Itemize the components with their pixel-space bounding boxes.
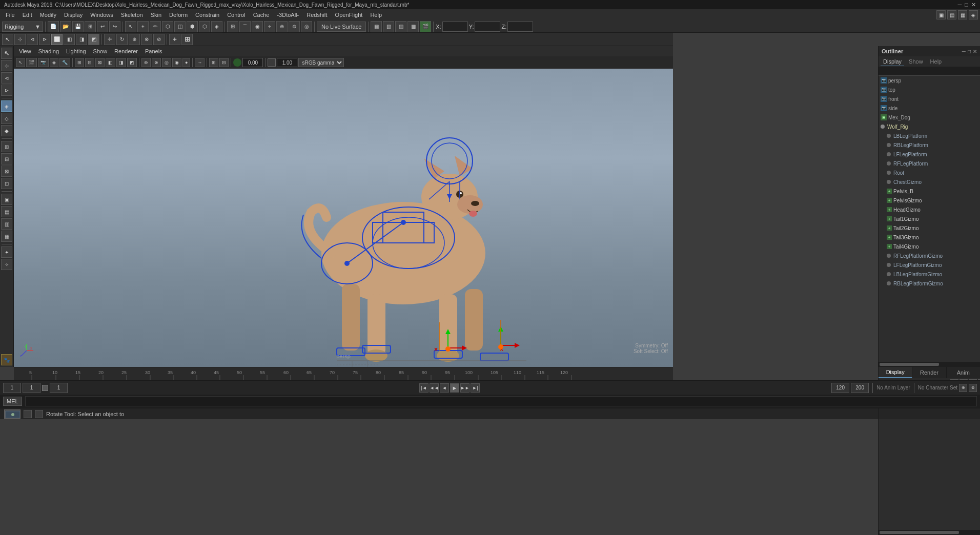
frame-range-start[interactable]: [23, 383, 40, 393]
vp-tb1[interactable]: ↖: [16, 58, 25, 67]
menu-deform[interactable]: Deform: [166, 11, 191, 19]
tree-item-mexdog[interactable]: ▣ Mex_Dog: [879, 113, 980, 122]
left-tool-15[interactable]: ▦: [1, 231, 12, 242]
pb-go-end[interactable]: ►|: [471, 383, 480, 393]
tool-paint[interactable]: ⊲: [27, 34, 38, 45]
vp-menu-show[interactable]: Show: [90, 47, 111, 55]
tree-item-tail4[interactable]: + Tail4Gizmo: [879, 242, 980, 251]
render-btn4[interactable]: ▩: [407, 21, 419, 32]
x-field[interactable]: [442, 22, 468, 32]
tree-item-tail3[interactable]: + Tail3Gizmo: [879, 233, 980, 242]
tree-item-pelvisgizmo[interactable]: + PelvisGizmo: [879, 196, 980, 205]
left-tool-17[interactable]: ✧: [1, 259, 12, 270]
scale-btn[interactable]: ⊕: [129, 34, 140, 45]
tree-item-rblegizmo[interactable]: RBLegPlatformGizmo: [879, 279, 980, 288]
render-btn3[interactable]: ▨: [395, 21, 406, 32]
tree-item-lblegizmo[interactable]: LBLegPlatformGizmo: [879, 270, 980, 279]
lasso-btn[interactable]: ⌖: [137, 21, 149, 32]
vp-tb5[interactable]: 🔧: [59, 58, 70, 67]
tree-item-pelvisb[interactable]: + Pelvis_B: [879, 187, 980, 196]
toolbar-btn5[interactable]: ↩: [97, 21, 108, 32]
vp-tb3[interactable]: 📷: [38, 58, 49, 67]
pb-step-fwd[interactable]: ►►: [460, 383, 469, 393]
tool-btn4[interactable]: ⬜: [51, 34, 63, 45]
left-tool-5[interactable]: ◈: [1, 100, 12, 112]
tool-select[interactable]: ↖: [2, 34, 13, 45]
tb-icon2[interactable]: ▤: [947, 10, 956, 19]
tool-btn5[interactable]: ◧: [64, 34, 75, 45]
tree-item-rfleg[interactable]: RFLegPlatform: [879, 159, 980, 168]
tree-item-tail1[interactable]: + Tail1Gizmo: [879, 214, 980, 223]
vp-tb10[interactable]: ◨: [116, 58, 126, 67]
tab-anim[interactable]: Anim: [947, 367, 980, 378]
tree-item-front[interactable]: 📷 front: [879, 94, 980, 104]
outliner-tab-show[interactable]: Show: [906, 57, 926, 66]
tool-opt-box2[interactable]: [35, 410, 43, 418]
menu-3dtoall[interactable]: -3DtoAll-: [273, 11, 302, 19]
vp-tb12[interactable]: ⊕: [141, 58, 151, 67]
char-set-icon2[interactable]: ⊗: [969, 384, 977, 392]
tree-item-persp[interactable]: 📷 persp: [879, 76, 980, 85]
new-scene-btn[interactable]: 📄: [48, 21, 59, 32]
snap-view-btn[interactable]: ⌖: [264, 21, 275, 32]
left-tool-11[interactable]: ⊡: [1, 178, 12, 189]
vp-menu-lighting[interactable]: Lighting: [63, 47, 89, 55]
y-field[interactable]: [475, 22, 500, 32]
left-tool-6[interactable]: ◇: [1, 113, 12, 124]
mel-lang-toggle[interactable]: MEL: [3, 397, 22, 406]
vp-menu-view[interactable]: View: [16, 47, 34, 55]
range-end-start[interactable]: [50, 383, 68, 393]
plus-tool2[interactable]: ⊞: [181, 34, 193, 45]
tb-icon1[interactable]: ▣: [936, 10, 946, 19]
outliner-maximize-btn[interactable]: □: [968, 49, 971, 54]
menu-file[interactable]: File: [2, 11, 18, 19]
tool-btn8[interactable]: ⊗: [141, 34, 152, 45]
left-tool-2[interactable]: ⊹: [1, 60, 12, 71]
menu-redshift[interactable]: Redshift: [303, 11, 331, 19]
vp-menu-panels[interactable]: Panels: [142, 47, 166, 55]
current-frame-start[interactable]: [3, 383, 21, 393]
pb-play-back[interactable]: ◄: [440, 383, 449, 393]
gamma-select[interactable]: sRGB gamma: [298, 58, 344, 67]
vp-tb16[interactable]: ●: [182, 58, 190, 67]
left-tool-7[interactable]: ◆: [1, 125, 12, 136]
menu-cache[interactable]: Cache: [250, 11, 273, 19]
paint-btn[interactable]: ✏: [150, 21, 161, 32]
menu-display[interactable]: Display: [60, 11, 86, 19]
snap-curve-btn[interactable]: ⌒: [239, 21, 251, 32]
vp-tb14[interactable]: ◎: [162, 58, 171, 67]
vp-menu-shading[interactable]: Shading: [35, 47, 62, 55]
no-live-surface[interactable]: No Live Surface: [317, 22, 366, 32]
menu-openflight[interactable]: OpenFlight: [332, 11, 366, 19]
render-btn2[interactable]: ▧: [383, 21, 394, 32]
tree-item-rbleg[interactable]: RBLegPlatform: [879, 140, 980, 150]
viewport-canvas[interactable]: × ×: [14, 69, 673, 367]
render-btn5[interactable]: 🎬: [420, 21, 431, 32]
tool-lasso[interactable]: ⊹: [14, 34, 26, 45]
toolbar-btn11[interactable]: ◈: [211, 21, 222, 32]
rotate-btn[interactable]: ↻: [116, 34, 128, 45]
left-tool-12[interactable]: ▣: [1, 194, 12, 205]
left-tool-8[interactable]: ⊞: [1, 141, 12, 152]
maximize-button[interactable]: □: [965, 2, 968, 8]
vp-tb8[interactable]: ⊠: [95, 58, 105, 67]
tab-render[interactable]: Render: [912, 367, 946, 378]
pb-go-start[interactable]: |◄: [419, 383, 428, 393]
char-set-icon1[interactable]: ⊕: [959, 384, 967, 392]
snap-btn7[interactable]: ◎: [301, 21, 312, 32]
tree-item-chestgizmo[interactable]: ChestGizmo: [879, 177, 980, 187]
menu-control[interactable]: Control: [223, 11, 249, 19]
left-tool-13[interactable]: ▤: [1, 206, 12, 217]
outliner-tree[interactable]: 📷 persp 📷 top 📷 front 📷 side ▣ Mex_Dog: [879, 76, 980, 362]
left-tool-16[interactable]: ✦: [1, 246, 12, 258]
frame-at[interactable]: [831, 383, 849, 393]
pb-step-back[interactable]: ◄◄: [430, 383, 439, 393]
menu-windows[interactable]: Windows: [87, 11, 117, 19]
tree-item-tail2[interactable]: + Tail2Gizmo: [879, 223, 980, 233]
snap-point-btn[interactable]: ◉: [252, 21, 263, 32]
vp-tb6[interactable]: ⊞: [75, 58, 84, 67]
snap-grid-btn[interactable]: ⊞: [227, 21, 238, 32]
outliner-tab-display[interactable]: Display: [881, 57, 904, 66]
exposure-field[interactable]: [242, 58, 263, 67]
minimize-button[interactable]: ─: [958, 2, 962, 8]
